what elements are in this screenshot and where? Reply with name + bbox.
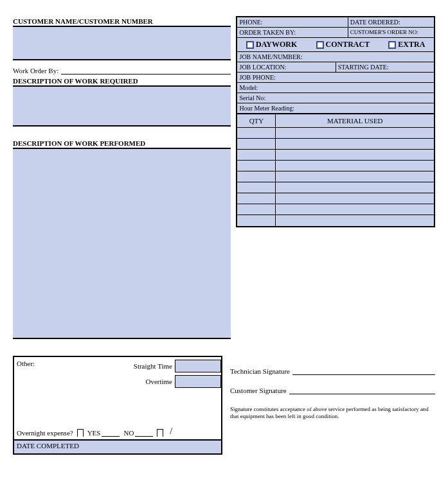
straight-time-input[interactable]: [175, 360, 221, 372]
checkbox-icon: [246, 41, 254, 49]
table-row[interactable]: [237, 161, 434, 171]
date-completed-cell[interactable]: DATE COMPLETED: [14, 439, 221, 453]
yes-label: YES: [87, 429, 101, 437]
work-required-header: DESCRIPTION OF WORK REQUIRED: [13, 77, 231, 87]
table-row[interactable]: [237, 150, 434, 161]
date-ordered-cell[interactable]: DATE ORDERED:: [348, 17, 434, 27]
table-row[interactable]: [237, 128, 434, 139]
customer-signature-label: Customer Signature: [230, 387, 287, 394]
model-cell[interactable]: Model:: [237, 83, 434, 92]
work-performed-header: DESCRIPTION OF WORK PERFORMED: [13, 139, 231, 149]
contract-option[interactable]: CONTRACT: [316, 40, 370, 49]
job-name-cell[interactable]: JOB NAME/NUMBER:: [237, 52, 434, 62]
checkbox-icon: [388, 41, 396, 49]
starting-date-cell[interactable]: STARTING DATE:: [336, 62, 434, 72]
tick-icon: [157, 429, 163, 437]
qty-header: QTY: [237, 114, 276, 127]
hour-meter-cell[interactable]: Hour Meter Reading:: [237, 103, 434, 113]
yes-option[interactable]: YES: [87, 429, 120, 437]
customer-order-no-cell[interactable]: CUSTOMER'S ORDER NO:: [348, 28, 434, 37]
checkbox-icon: [316, 41, 324, 49]
material-used-header: MATERIAL USED: [276, 114, 434, 127]
serial-cell[interactable]: Serial No:: [237, 93, 434, 103]
table-row[interactable]: [237, 139, 434, 150]
contract-label: CONTRACT: [326, 40, 370, 49]
table-row[interactable]: [237, 182, 434, 193]
other-expense-box: Other: Straight Time Overtime Overnight …: [13, 356, 222, 455]
work-performed-area[interactable]: [13, 149, 231, 339]
phone-cell[interactable]: PHONE:: [237, 17, 348, 27]
extra-option[interactable]: EXTRA: [388, 40, 425, 49]
tick-icon: [77, 429, 84, 437]
customer-signature-line[interactable]: [289, 388, 435, 394]
technician-signature-line[interactable]: [292, 369, 435, 375]
no-label: NO: [123, 429, 134, 437]
work-required-area[interactable]: [13, 87, 231, 127]
other-label: Other:: [17, 360, 35, 367]
no-option[interactable]: NO: [123, 429, 153, 437]
slash-icon: /: [170, 426, 172, 437]
overtime-input[interactable]: [175, 375, 221, 388]
customer-header: CUSTOMER NAME/CUSTOMER NUMBER: [13, 17, 231, 27]
table-row[interactable]: [237, 171, 434, 182]
job-phone-cell[interactable]: JOB PHONE:: [237, 73, 434, 82]
straight-time-label: Straight Time: [134, 362, 175, 370]
extra-label: EXTRA: [398, 40, 425, 49]
customer-input-area[interactable]: [13, 27, 231, 60]
overnight-label: Overnight expense?: [17, 429, 73, 437]
overtime-label: Overtime: [145, 378, 175, 385]
technician-signature-label: Technician Signature: [230, 367, 290, 375]
disclaimer-text: Signature constitutes acceptance of abov…: [230, 406, 435, 420]
daywork-option[interactable]: DAYWORK: [246, 40, 297, 49]
work-order-by-line[interactable]: [61, 68, 231, 74]
daywork-label: DAYWORK: [256, 40, 297, 49]
job-location-cell[interactable]: JOB LOCATION:: [237, 62, 336, 72]
table-row[interactable]: [237, 204, 434, 215]
order-info-table: PHONE: DATE ORDERED: ORDER TAKEN BY: CUS…: [236, 16, 435, 114]
order-taken-by-cell[interactable]: ORDER TAKEN BY:: [237, 28, 348, 37]
table-row[interactable]: [237, 193, 434, 204]
material-table: QTY MATERIAL USED: [236, 114, 435, 227]
work-order-by-label: Work Order By:: [13, 67, 58, 74]
table-row[interactable]: [237, 215, 434, 226]
